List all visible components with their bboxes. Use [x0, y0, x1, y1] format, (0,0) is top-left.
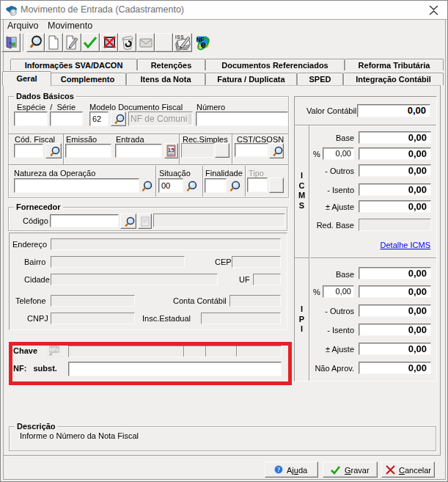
- svg-text:?: ?: [277, 466, 280, 473]
- svg-text:15: 15: [168, 147, 175, 153]
- svg-text:S: S: [11, 9, 15, 16]
- svg-text:ISS: ISS: [175, 34, 184, 40]
- svg-text:e: e: [201, 39, 206, 50]
